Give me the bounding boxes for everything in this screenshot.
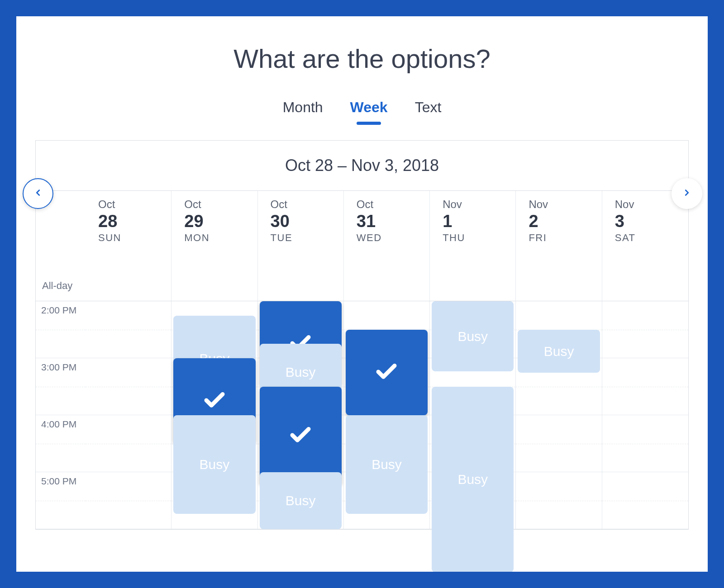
check-icon xyxy=(374,360,399,386)
day-header-dow: SUN xyxy=(98,232,171,244)
check-icon xyxy=(202,388,227,414)
day-header-month: Oct xyxy=(357,198,429,211)
day-header-dow: FRI xyxy=(529,232,601,244)
allday-label: All-day xyxy=(36,252,86,301)
view-tabs: Month Week Text xyxy=(16,99,708,121)
time-grid: 2:00 PM 3:00 PM 4:00 PM 5:00 PM Busy Bus… xyxy=(36,301,688,529)
tab-month[interactable]: Month xyxy=(283,99,323,121)
time-label: 4:00 PM xyxy=(36,415,86,430)
day-header-thu[interactable]: Nov 1 THU xyxy=(430,191,516,252)
day-col-sat[interactable] xyxy=(602,301,688,529)
day-header-sun[interactable]: Oct 28 SUN xyxy=(86,191,171,252)
available-slot[interactable] xyxy=(346,330,428,415)
time-gutter: 2:00 PM 3:00 PM 4:00 PM 5:00 PM xyxy=(36,301,86,529)
day-header-month: Oct xyxy=(271,198,343,211)
busy-event[interactable]: Busy xyxy=(260,472,342,529)
day-header-day: 30 xyxy=(271,212,343,231)
day-header-day: 3 xyxy=(615,212,688,231)
day-header-day: 2 xyxy=(529,212,601,231)
day-col-fri[interactable]: Busy xyxy=(516,301,602,529)
calendar: Oct 28 – Nov 3, 2018 Oct 28 SUN Oct 29 M… xyxy=(35,140,689,530)
day-header-month: Oct xyxy=(98,198,171,211)
day-header-dow: TUE xyxy=(271,232,343,244)
day-header-fri[interactable]: Nov 2 FRI xyxy=(516,191,602,252)
busy-event[interactable]: Busy xyxy=(346,415,428,514)
allday-cell[interactable] xyxy=(430,252,516,301)
busy-event[interactable]: Busy xyxy=(432,301,514,371)
day-col-tue[interactable]: Busy Busy xyxy=(258,301,344,529)
day-header-dow: WED xyxy=(357,232,429,244)
allday-cell[interactable] xyxy=(86,252,171,301)
allday-cell[interactable] xyxy=(516,252,602,301)
time-label: 2:00 PM xyxy=(36,301,86,316)
time-label: 5:00 PM xyxy=(36,472,86,487)
day-header-tue[interactable]: Oct 30 TUE xyxy=(258,191,344,252)
check-icon xyxy=(288,423,313,449)
tab-week[interactable]: Week xyxy=(350,99,388,121)
day-col-mon[interactable]: Busy Busy xyxy=(171,301,257,529)
day-header-day: 1 xyxy=(443,212,515,231)
day-header-row: Oct 28 SUN Oct 29 MON Oct 30 TUE Oct 31 … xyxy=(36,191,688,252)
day-header-day: 28 xyxy=(98,212,171,231)
allday-cell[interactable] xyxy=(258,252,344,301)
day-header-dow: THU xyxy=(443,232,515,244)
allday-cell[interactable] xyxy=(171,252,257,301)
day-header-dow: MON xyxy=(184,232,257,244)
day-header-mon[interactable]: Oct 29 MON xyxy=(171,191,257,252)
chevron-right-icon xyxy=(682,188,692,199)
available-slot[interactable] xyxy=(260,387,342,485)
day-header-month: Nov xyxy=(529,198,601,211)
day-header-day: 31 xyxy=(357,212,429,231)
allday-cell[interactable] xyxy=(344,252,430,301)
page-title: What are the options? xyxy=(16,43,708,74)
calendar-card: What are the options? Month Week Text Oc… xyxy=(16,16,708,572)
day-col-sun[interactable] xyxy=(86,301,171,529)
time-label: 3:00 PM xyxy=(36,358,86,373)
day-header-day: 29 xyxy=(184,212,257,231)
day-col-wed[interactable]: Busy xyxy=(344,301,430,529)
busy-event[interactable]: Busy xyxy=(432,387,514,572)
day-col-thu[interactable]: Busy Busy xyxy=(430,301,516,529)
allday-cell[interactable] xyxy=(602,252,688,301)
busy-event[interactable]: Busy xyxy=(173,415,255,514)
day-header-dow: SAT xyxy=(615,232,688,244)
date-range: Oct 28 – Nov 3, 2018 xyxy=(36,141,688,191)
busy-event[interactable]: Busy xyxy=(518,330,600,373)
day-header-month: Oct xyxy=(184,198,257,211)
allday-row: All-day xyxy=(36,252,688,301)
day-header-wed[interactable]: Oct 31 WED xyxy=(344,191,430,252)
prev-week-button[interactable] xyxy=(23,178,53,209)
day-header-month: Nov xyxy=(443,198,515,211)
next-week-button[interactable] xyxy=(672,178,702,209)
tab-text[interactable]: Text xyxy=(415,99,442,121)
chevron-left-icon xyxy=(33,188,43,199)
